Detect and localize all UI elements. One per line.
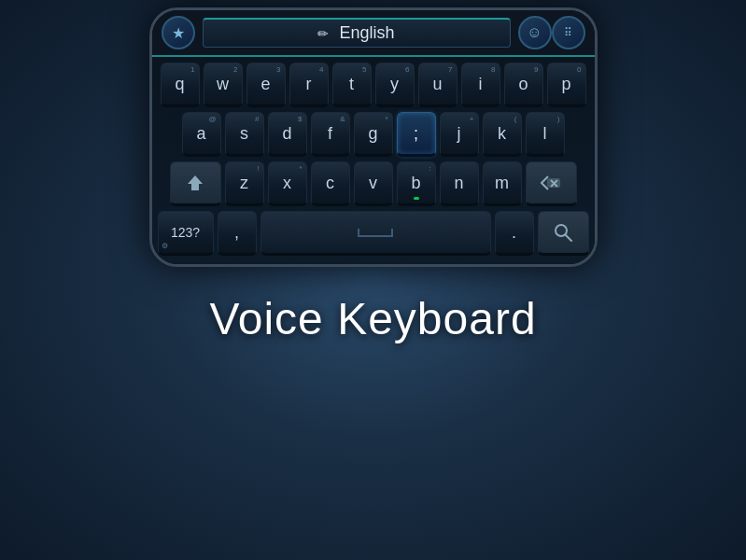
key-n[interactable]: n — [440, 161, 479, 206]
numbers-label: 123? — [171, 225, 200, 240]
key-t[interactable]: 5t — [332, 63, 372, 107]
key-i[interactable]: 8i — [461, 63, 500, 107]
key-row-3: !z *x c v :b n m — [158, 161, 589, 206]
emoji-icon: ☺ — [527, 24, 542, 41]
key-s[interactable]: #s — [225, 112, 264, 157]
keyboard-body: 1q 2w 3e 4r 5t 6y 7u 8i 9o 0p @a #s $d &… — [152, 57, 595, 264]
star-icon: ★ — [172, 24, 185, 42]
key-l[interactable]: )l — [526, 112, 565, 157]
svg-line-5 — [566, 235, 572, 242]
key-row-bottom: ⚙ 123? , . — [158, 211, 589, 256]
key-e[interactable]: 3e — [246, 63, 286, 107]
key-o[interactable]: 9o — [504, 63, 543, 107]
key-j[interactable]: +j — [440, 112, 479, 157]
dots-icon: ⠿ — [564, 26, 573, 39]
search-key[interactable] — [538, 211, 589, 256]
key-x[interactable]: *x — [268, 161, 307, 206]
pencil-icon: ✏ — [317, 26, 329, 41]
comma-key[interactable]: , — [218, 211, 257, 256]
backspace-key[interactable] — [526, 161, 577, 206]
key-semicolon[interactable]: ; — [397, 112, 436, 157]
emoji-button[interactable]: ☺ — [518, 16, 552, 49]
key-w[interactable]: 2w — [204, 63, 243, 107]
space-key[interactable] — [260, 211, 491, 256]
app-title: Voice Keyboard — [190, 267, 555, 363]
numbers-key[interactable]: ⚙ 123? — [158, 211, 214, 256]
key-k[interactable]: (k — [483, 112, 522, 157]
settings-button[interactable]: ⠿ — [552, 16, 585, 49]
star-button[interactable]: ★ — [162, 16, 195, 49]
svg-marker-0 — [188, 175, 203, 190]
period-key[interactable]: . — [495, 211, 534, 256]
key-f[interactable]: &f — [311, 112, 350, 157]
key-d[interactable]: $d — [268, 112, 307, 157]
phone-frame: ★ ✏ English ☺ ⠿ 1q 2w 3e 4r 5t 6y 7u 8i … — [149, 7, 598, 267]
key-row-1: 1q 2w 3e 4r 5t 6y 7u 8i 9o 0p — [158, 63, 589, 107]
key-a[interactable]: @a — [182, 112, 221, 157]
key-c[interactable]: c — [311, 161, 350, 206]
shift-key[interactable] — [170, 161, 221, 206]
keyboard-top-bar: ★ ✏ English ☺ ⠿ — [152, 10, 595, 57]
key-g[interactable]: *g — [354, 112, 393, 157]
language-selector[interactable]: ✏ English — [203, 18, 511, 48]
language-label: English — [339, 23, 394, 42]
key-z[interactable]: !z — [225, 161, 264, 206]
key-r[interactable]: 4r — [289, 63, 329, 107]
key-y[interactable]: 6y — [375, 63, 415, 107]
key-v[interactable]: v — [354, 161, 393, 206]
key-m[interactable]: m — [483, 161, 522, 206]
key-u[interactable]: 7u — [418, 63, 457, 107]
key-p[interactable]: 0p — [547, 63, 586, 107]
key-row-2: @a #s $d &f *g ; +j (k )l — [158, 112, 589, 157]
key-b[interactable]: :b — [397, 161, 436, 206]
key-q[interactable]: 1q — [161, 63, 200, 107]
